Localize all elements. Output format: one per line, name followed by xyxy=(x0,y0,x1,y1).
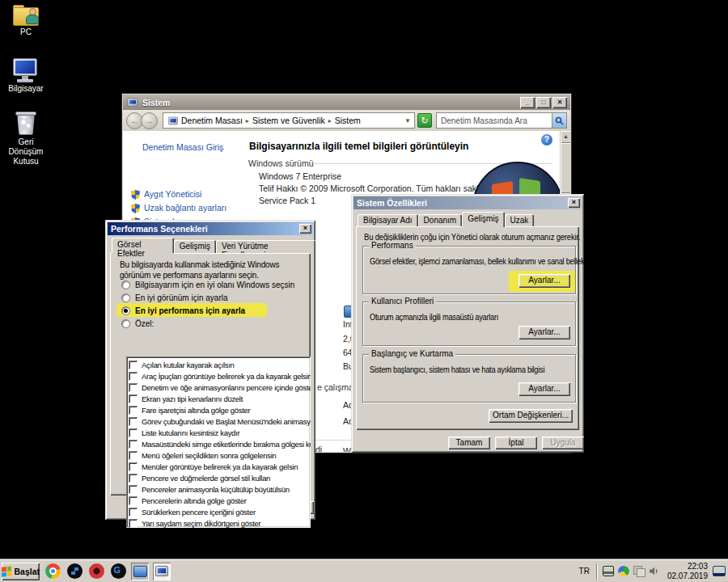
checkbox-label: Liste kutularını kesintisiz kaydır xyxy=(142,428,239,437)
search-input[interactable]: Denetim Masasında Ara xyxy=(436,112,567,129)
checkbox-unchecked[interactable] xyxy=(129,417,138,426)
radio-label[interactable]: En iyi görünüm için ayarla xyxy=(135,293,228,302)
desktop-icon-recycle-bin[interactable]: Geri Dönüşüm Kutusu xyxy=(0,112,52,167)
visual-effect-option[interactable]: Liste kutularını kesintisiz kaydır xyxy=(129,427,311,438)
taskbar-app1-button[interactable] xyxy=(66,563,83,580)
sidebar-item-device-manager[interactable]: Aygıt Yöneticisi xyxy=(144,189,201,199)
visual-effect-option[interactable]: Fare işaretçisi altında gölge göster xyxy=(129,404,311,415)
minimize-button[interactable]: _ xyxy=(520,97,535,108)
tray-windows-icon[interactable] xyxy=(633,566,645,576)
checkbox-unchecked[interactable] xyxy=(129,428,138,437)
tab-computer-name[interactable]: Bilgisayar Adı xyxy=(358,214,418,227)
close-icon[interactable]: × xyxy=(568,198,580,208)
tab-advanced[interactable]: Gelişmiş xyxy=(174,240,216,253)
visual-effect-option[interactable]: Yarı saydam seçim dikdörtgeni göster xyxy=(129,517,311,528)
dialog-titlebar[interactable]: Performans Seçenekleri × xyxy=(108,222,313,235)
radio-label[interactable]: En iyi performans için ayarla xyxy=(135,306,245,315)
refresh-button[interactable]: ↻ xyxy=(417,113,432,128)
radio-label[interactable]: Bilgisayarım için en iyi olanı Windows s… xyxy=(135,280,294,289)
window-icon xyxy=(128,98,138,106)
close-icon[interactable]: × xyxy=(299,224,311,234)
tab-remote[interactable]: Uzak xyxy=(505,214,535,227)
visual-effect-option[interactable]: Menüler görüntüye belirerek ya da kayara… xyxy=(129,461,311,472)
visual-effect-option[interactable]: Sürüklerken pencere içeriğini göster xyxy=(129,506,311,517)
checkbox-unchecked[interactable] xyxy=(129,383,138,392)
checkbox-unchecked[interactable] xyxy=(129,406,138,415)
environment-variables-button[interactable]: Ortam Değişkenleri... xyxy=(489,409,573,423)
close-button[interactable]: ✕ xyxy=(552,97,567,108)
maximize-button[interactable]: □ xyxy=(536,97,551,108)
visual-effect-option[interactable]: Pencereler animasyonla küçültülüp büyütü… xyxy=(129,483,311,495)
breadcrumb-item[interactable]: Denetim Masası xyxy=(181,116,243,125)
search-icon[interactable] xyxy=(552,113,566,128)
checkbox-unchecked[interactable] xyxy=(129,508,138,517)
taskbar-sysprops-button[interactable] xyxy=(153,563,171,580)
desktop-icon-computer[interactable]: Bilgisayar xyxy=(0,58,52,94)
checkbox-unchecked[interactable] xyxy=(129,462,138,471)
tray-idm-icon[interactable] xyxy=(618,566,629,576)
checkbox-unchecked[interactable] xyxy=(129,496,138,505)
performance-settings-button[interactable]: Ayarlar... xyxy=(518,274,570,288)
sidebar-item-remote-settings[interactable]: Uzak bağlantı ayarları xyxy=(144,203,226,213)
show-desktop-icon[interactable] xyxy=(713,566,726,576)
language-indicator[interactable]: TR xyxy=(573,567,596,576)
start-button[interactable]: Başlat xyxy=(2,563,40,580)
scroll-up-icon[interactable]: ▲ xyxy=(561,131,570,143)
desktop-icon-pc[interactable]: PC xyxy=(0,5,52,37)
visual-effect-option[interactable]: Ekran yazı tipi kenarlarını düzelt xyxy=(129,393,311,404)
forward-button[interactable]: → xyxy=(141,112,158,129)
speaker-icon[interactable] xyxy=(649,566,660,576)
help-icon[interactable]: ? xyxy=(541,134,552,146)
checkbox-unchecked[interactable] xyxy=(129,440,138,449)
taskbar-app3-button[interactable] xyxy=(109,563,127,580)
checkbox-label: Menü öğeleri seçildikten sonra gölgelens… xyxy=(142,451,276,460)
checkbox-unchecked[interactable] xyxy=(129,474,138,483)
ok-button[interactable]: Tamam xyxy=(448,436,490,449)
breadcrumb-item[interactable]: Sistem ve Güvenlik xyxy=(252,116,325,125)
tab-visual-effects[interactable]: Görsel Efektler xyxy=(112,238,174,253)
cancel-button[interactable]: İptal xyxy=(495,436,537,449)
dialog-titlebar[interactable]: Sistem Özellikleri × xyxy=(353,196,582,209)
visual-effect-option[interactable]: Görev çubuğundaki ve Başlat Menüsü'ndeki… xyxy=(129,415,311,427)
taskbar-chrome-button[interactable] xyxy=(44,563,61,580)
checkbox-unchecked[interactable] xyxy=(129,361,138,369)
startup-recovery-settings-button[interactable]: Ayarlar... xyxy=(518,382,570,396)
checkbox-label: Pencere ve düğmelerde görsel stil kullan xyxy=(142,474,270,483)
checkbox-unchecked[interactable] xyxy=(129,451,138,460)
checkbox-label: Açılan kutular kayarak açılsın xyxy=(142,361,235,369)
radio-custom[interactable] xyxy=(121,319,130,328)
radio-best-appearance[interactable] xyxy=(121,293,130,302)
radio-label[interactable]: Özel: xyxy=(135,319,154,328)
performance-options-dialog: Performans Seçenekleri × Görsel Efektler… xyxy=(105,220,315,520)
clock[interactable]: 22:03 02.07.2019 xyxy=(667,562,708,581)
tray-green-app-icon[interactable] xyxy=(603,566,614,576)
breadcrumb[interactable]: Denetim Masası ▸ Sistem ve Güvenlik ▸ Si… xyxy=(163,112,415,129)
taskbar-app2-button[interactable] xyxy=(87,563,105,580)
scrollbar-thumb[interactable] xyxy=(561,143,570,193)
sidebar-item-home[interactable]: Denetim Masası Giriş xyxy=(142,142,223,152)
breadcrumb-dropdown-icon[interactable]: ▼ xyxy=(404,117,411,124)
radio-let-windows-choose[interactable] xyxy=(121,280,130,289)
checkbox-unchecked[interactable] xyxy=(129,485,138,494)
visual-effects-list[interactable]: Açılan kutular kayarak açılsın Araç İpuç… xyxy=(126,356,311,528)
tab-advanced[interactable]: Gelişmiş xyxy=(462,212,504,227)
app-g-icon xyxy=(111,563,126,579)
group-startup-recovery: Başlangıç ve Kurtarma Sistem başlangıcı,… xyxy=(362,354,576,403)
visual-effect-option[interactable]: Araç İpuçları görüntüye belirerek ya da … xyxy=(129,370,311,382)
visual-effect-option[interactable]: Pencerelerin altında gölge göster xyxy=(129,495,311,506)
visual-effect-option[interactable]: Menü öğeleri seçildikten sonra gölgelens… xyxy=(129,449,311,461)
checkbox-unchecked[interactable] xyxy=(129,394,138,403)
taskbar-system-window-button[interactable] xyxy=(131,563,149,580)
visual-effect-option[interactable]: Masaüstündeki simge etiketlerinde bırakm… xyxy=(129,438,311,449)
visual-effect-option[interactable]: Pencere ve düğmelerde görsel stil kullan xyxy=(129,472,311,483)
checkbox-unchecked[interactable] xyxy=(129,519,138,528)
radio-best-performance[interactable] xyxy=(121,306,130,315)
tab-hardware[interactable]: Donanım xyxy=(418,214,463,227)
checkbox-unchecked[interactable] xyxy=(129,372,138,381)
visual-effect-option[interactable]: Açılan kutular kayarak açılsın xyxy=(129,359,311,370)
breadcrumb-item[interactable]: Sistem xyxy=(335,116,361,125)
system-window-titlebar[interactable]: Sistem _ □ ✕ xyxy=(123,95,570,110)
visual-effect-option[interactable]: Denetim ve öğe animasyonlarını pencere i… xyxy=(129,382,311,393)
user-profiles-settings-button[interactable]: Ayarlar... xyxy=(518,326,570,340)
tab-dep[interactable]: Veri Yürütme Engellemesi xyxy=(216,240,315,253)
